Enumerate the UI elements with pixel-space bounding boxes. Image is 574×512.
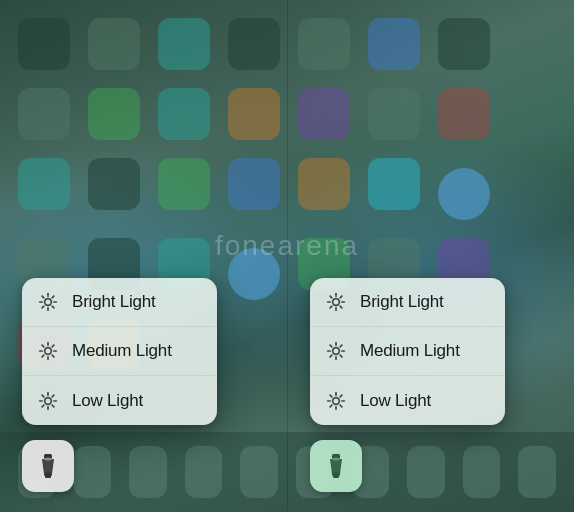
medium-light-label: Medium Light	[72, 341, 172, 361]
app-icon	[368, 18, 420, 70]
left-low-light-item[interactable]: Low Light	[22, 376, 217, 425]
dock-icon[interactable]	[129, 446, 167, 498]
app-icon	[158, 158, 210, 210]
app-icon	[158, 18, 210, 70]
svg-line-41	[330, 345, 332, 347]
svg-line-23	[42, 395, 44, 397]
svg-rect-62	[333, 475, 339, 478]
svg-line-35	[330, 306, 332, 308]
app-icon	[438, 168, 490, 220]
svg-line-14	[42, 345, 44, 347]
right-medium-light-item[interactable]: Medium Light	[310, 327, 505, 376]
left-context-menu: Bright Light Medium Light Low Ligh	[22, 278, 217, 425]
svg-line-33	[340, 306, 342, 308]
dock-icon[interactable]	[74, 446, 112, 498]
app-icon	[228, 88, 280, 140]
app-icon	[88, 88, 140, 140]
app-icon	[298, 88, 350, 140]
svg-line-6	[52, 306, 54, 308]
bright-light-label: Bright Light	[360, 292, 444, 312]
app-icon	[158, 88, 210, 140]
svg-line-8	[42, 306, 44, 308]
svg-line-25	[52, 395, 54, 397]
low-light-label: Low Light	[72, 391, 143, 411]
svg-line-53	[330, 405, 332, 407]
right-flashlight-app[interactable]	[310, 440, 362, 492]
app-icon	[88, 18, 140, 70]
svg-point-18	[45, 397, 52, 404]
app-icon	[368, 158, 420, 210]
svg-line-16	[52, 345, 54, 347]
dock-icon[interactable]	[518, 446, 556, 498]
flashlight-icon	[34, 452, 62, 480]
sun-icon	[38, 341, 58, 361]
svg-line-24	[52, 405, 54, 407]
bright-light-label: Bright Light	[72, 292, 156, 312]
right-bright-light-item[interactable]: Bright Light	[310, 278, 505, 327]
svg-marker-60	[330, 459, 342, 474]
sun-icon	[326, 391, 346, 411]
svg-rect-57	[45, 475, 51, 478]
sun-icon	[326, 341, 346, 361]
dock-icon[interactable]	[463, 446, 501, 498]
right-flashlight-icon-box	[310, 440, 362, 492]
svg-point-0	[45, 299, 52, 306]
app-icon	[298, 18, 350, 70]
svg-line-43	[340, 345, 342, 347]
sun-icon	[326, 292, 346, 312]
left-bright-light-item[interactable]: Bright Light	[22, 278, 217, 327]
svg-point-27	[333, 299, 340, 306]
dock-icon[interactable]	[185, 446, 223, 498]
svg-point-45	[333, 397, 340, 404]
dock-icon[interactable]	[407, 446, 445, 498]
right-context-menu: Bright Light Medium Light Low Ligh	[310, 278, 505, 425]
svg-line-7	[52, 296, 54, 298]
app-icon	[228, 18, 280, 70]
svg-line-50	[330, 395, 332, 397]
svg-line-51	[340, 405, 342, 407]
app-icon	[438, 88, 490, 140]
app-icon	[88, 158, 140, 210]
svg-point-9	[45, 348, 52, 355]
screen-divider	[287, 0, 288, 512]
svg-line-42	[340, 355, 342, 357]
svg-point-63	[332, 458, 340, 461]
svg-point-58	[44, 458, 52, 461]
low-light-label: Low Light	[360, 391, 431, 411]
app-icon	[18, 88, 70, 140]
svg-point-36	[333, 348, 340, 355]
left-flashlight-app[interactable]	[22, 440, 74, 492]
right-low-light-item[interactable]: Low Light	[310, 376, 505, 425]
svg-line-44	[330, 355, 332, 357]
left-flashlight-icon-box	[22, 440, 74, 492]
app-icon	[228, 158, 280, 210]
left-medium-light-item[interactable]: Medium Light	[22, 327, 217, 376]
svg-line-32	[330, 296, 332, 298]
app-icon	[438, 18, 490, 70]
svg-line-5	[42, 296, 44, 298]
svg-line-15	[52, 355, 54, 357]
app-icon	[228, 248, 280, 300]
svg-line-52	[340, 395, 342, 397]
svg-line-34	[340, 296, 342, 298]
app-icon	[368, 88, 420, 140]
app-icon	[18, 158, 70, 210]
app-icon	[298, 158, 350, 210]
medium-light-label: Medium Light	[360, 341, 460, 361]
svg-marker-55	[42, 459, 54, 474]
app-icon	[18, 18, 70, 70]
svg-line-17	[42, 355, 44, 357]
dock-icon[interactable]	[240, 446, 278, 498]
sun-icon	[38, 391, 58, 411]
sun-icon	[38, 292, 58, 312]
svg-line-26	[42, 405, 44, 407]
flashlight-icon	[322, 452, 350, 480]
